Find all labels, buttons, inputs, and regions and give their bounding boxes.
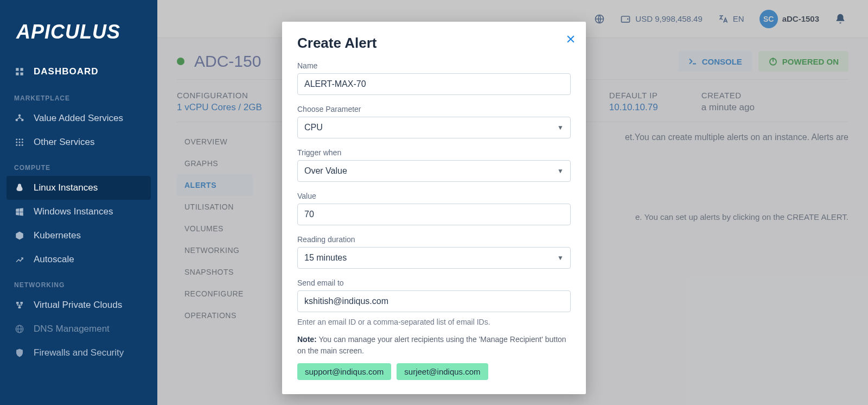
nav-linux-instances[interactable]: Linux Instances xyxy=(7,176,151,200)
svg-point-4 xyxy=(18,115,21,117)
recipient-chips: support@indiqus.com surjeet@indiqus.com xyxy=(297,363,571,380)
nav-autoscale[interactable]: Autoscale xyxy=(0,248,157,271)
nav-dns[interactable]: DNS Management xyxy=(0,317,157,341)
nav-kubernetes[interactable]: Kubernetes xyxy=(0,224,157,248)
value-label: Value xyxy=(297,192,571,200)
dashboard-icon xyxy=(14,66,25,77)
nav-dns-label: DNS Management xyxy=(34,324,110,334)
close-icon xyxy=(565,34,576,45)
network-icon xyxy=(14,300,25,311)
duration-label: Reading duration xyxy=(297,235,571,244)
create-alert-modal: Create Alert Name Choose Parameter CPU ▼… xyxy=(282,22,586,394)
nav-dashboard-label: DASHBOARD xyxy=(34,66,99,77)
nav-kubernetes-label: Kubernetes xyxy=(34,230,81,241)
section-networking: NETWORKING xyxy=(0,271,157,293)
svg-point-15 xyxy=(22,144,23,146)
puzzle-icon xyxy=(14,113,25,124)
svg-rect-17 xyxy=(16,302,19,304)
linux-icon xyxy=(14,182,25,193)
modal-title: Create Alert xyxy=(297,35,571,52)
nav-other[interactable]: Other Services xyxy=(0,130,157,154)
svg-marker-16 xyxy=(16,232,23,240)
recipient-chip[interactable]: surjeet@indiqus.com xyxy=(397,363,488,380)
svg-point-9 xyxy=(22,138,23,140)
svg-point-7 xyxy=(16,138,17,140)
svg-point-11 xyxy=(19,142,21,143)
svg-rect-1 xyxy=(21,68,23,71)
globe-icon xyxy=(14,324,25,334)
svg-point-14 xyxy=(19,144,21,146)
shield-icon xyxy=(14,347,25,358)
svg-rect-18 xyxy=(21,302,23,304)
trigger-select[interactable]: Over Value ▼ xyxy=(297,160,571,182)
duration-select[interactable]: 15 minutes ▼ xyxy=(297,247,571,269)
trigger-value: Over Value xyxy=(304,166,347,176)
modal-close-button[interactable] xyxy=(565,34,576,48)
svg-point-13 xyxy=(16,144,17,146)
svg-point-10 xyxy=(16,142,17,143)
email-helper: Enter an email ID or a comma-separated l… xyxy=(297,318,571,326)
svg-point-5 xyxy=(16,119,18,122)
chevron-down-icon: ▼ xyxy=(557,167,564,175)
nav-vpc-label: Virtual Private Clouds xyxy=(34,300,122,311)
nav-vpc[interactable]: Virtual Private Clouds xyxy=(0,293,157,317)
nav-dashboard[interactable]: DASHBOARD xyxy=(0,59,157,85)
nav-other-label: Other Services xyxy=(34,137,94,148)
svg-rect-3 xyxy=(21,73,23,75)
nav-firewall[interactable]: Firewalls and Security xyxy=(0,341,157,365)
windows-icon xyxy=(14,206,25,217)
email-label: Send email to xyxy=(297,279,571,287)
parameter-select[interactable]: CPU ▼ xyxy=(297,117,571,138)
nav-linux-label: Linux Instances xyxy=(34,182,98,193)
recipient-chip[interactable]: support@indiqus.com xyxy=(297,363,391,380)
email-input[interactable] xyxy=(297,290,571,312)
kubernetes-icon xyxy=(14,230,25,241)
nav-autoscale-label: Autoscale xyxy=(34,254,74,265)
note-body: You can manage your alert recipients usi… xyxy=(297,335,566,355)
nav-windows-label: Windows Instances xyxy=(34,206,113,217)
svg-point-6 xyxy=(21,119,24,122)
sidebar: APICULUS DASHBOARD MARKETPLACE Value Add… xyxy=(0,0,157,405)
parameter-value: CPU xyxy=(304,123,323,132)
nav-vas-label: Value Added Services xyxy=(34,113,123,124)
autoscale-icon xyxy=(14,254,25,265)
svg-point-8 xyxy=(19,138,21,140)
chevron-down-icon: ▼ xyxy=(557,254,564,262)
section-compute: COMPUTE xyxy=(0,154,157,176)
trigger-label: Trigger when xyxy=(297,148,571,157)
nav-vas[interactable]: Value Added Services xyxy=(0,106,157,130)
nav-windows-instances[interactable]: Windows Instances xyxy=(0,200,157,224)
svg-rect-0 xyxy=(16,68,18,71)
name-label: Name xyxy=(297,61,571,70)
parameter-label: Choose Parameter xyxy=(297,105,571,113)
duration-value: 15 minutes xyxy=(304,253,347,263)
grid-icon xyxy=(14,137,25,148)
brand-logo: APICULUS xyxy=(0,11,157,59)
value-input[interactable] xyxy=(297,204,571,225)
svg-rect-2 xyxy=(16,73,18,75)
chevron-down-icon: ▼ xyxy=(557,124,564,131)
note-prefix: Note: xyxy=(297,335,317,344)
brand-name: APICULUS xyxy=(16,21,120,43)
name-input[interactable] xyxy=(297,73,571,95)
nav-firewall-label: Firewalls and Security xyxy=(34,347,124,358)
section-marketplace: MARKETPLACE xyxy=(0,85,157,106)
note-text: Note: You can manage your alert recipien… xyxy=(297,334,571,357)
svg-point-12 xyxy=(22,142,23,143)
svg-rect-19 xyxy=(18,306,21,308)
